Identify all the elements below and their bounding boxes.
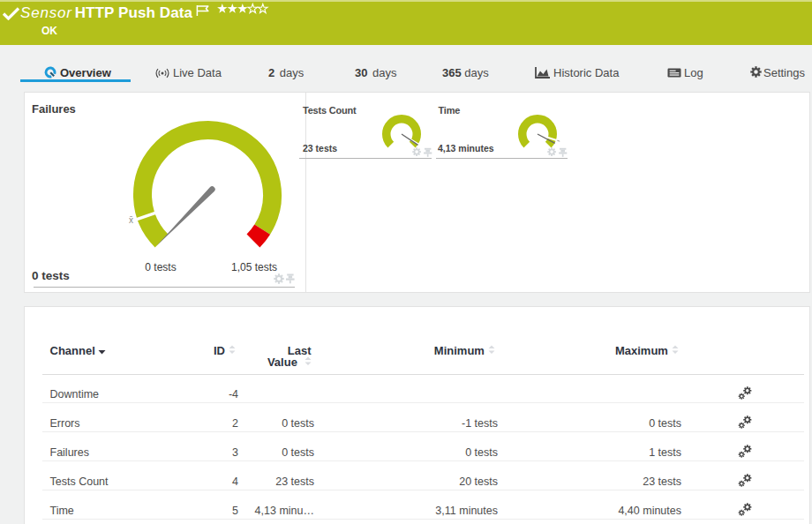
svg-text:1,05 tests: 1,05 tests [231, 261, 277, 273]
svg-text:0 tests: 0 tests [145, 261, 176, 273]
